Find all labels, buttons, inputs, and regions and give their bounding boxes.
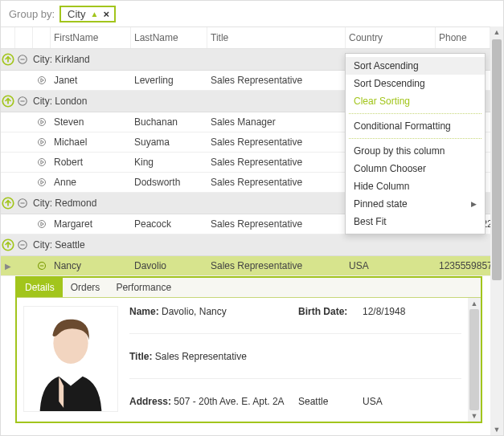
group-row-seattle[interactable]: City: Seattle	[1, 234, 490, 256]
row-spacer	[15, 71, 33, 90]
col-lastname[interactable]: LastName	[131, 27, 207, 48]
menu-separator	[349, 113, 481, 114]
svg-point-11	[39, 221, 46, 228]
col-title[interactable]: Title	[207, 27, 346, 48]
expand-icon[interactable]	[33, 214, 51, 234]
title-value: Sales Representative	[155, 351, 247, 362]
menu-sort-descending[interactable]: Sort Descending	[346, 75, 485, 92]
address-value: 507 - 20th Ave. E. Apt. 2A	[174, 396, 284, 407]
chip-close-icon[interactable]: ×	[103, 8, 109, 20]
scroll-up-icon[interactable]: ▲	[490, 28, 503, 36]
birth-value: 12/8/1948	[363, 306, 461, 317]
group-label: City: Seattle	[30, 238, 88, 252]
detail-panel: Details Orders Performance	[15, 276, 482, 423]
scroll-thumb[interactable]	[492, 39, 502, 280]
group-summary-icon	[1, 52, 15, 67]
name-label: Name:	[129, 306, 159, 317]
table-row-selected[interactable]: ▶ NancyDavolioSales RepresentativeUSA123…	[1, 256, 490, 276]
group-by-label: Group by:	[9, 8, 55, 20]
group-summary-icon	[1, 196, 15, 210]
menu-separator	[349, 138, 481, 139]
group-label: City: London	[30, 94, 90, 108]
expand-icon[interactable]	[33, 256, 51, 275]
tab-performance[interactable]: Performance	[108, 278, 179, 297]
divider	[129, 333, 461, 334]
tab-details[interactable]: Details	[17, 278, 63, 297]
sort-asc-icon: ▲	[90, 10, 98, 18]
vertical-scrollbar[interactable]: ▲ ▼	[490, 26, 503, 435]
current-row-indicator-icon: ▶	[1, 256, 15, 275]
address-label: Address:	[129, 396, 171, 407]
group-label: City: Redmond	[30, 196, 100, 210]
svg-point-7	[39, 159, 46, 166]
menu-column-chooser[interactable]: Column Chooser	[346, 160, 485, 177]
detail-scrollbar[interactable]: ▲ ▼	[468, 298, 481, 422]
menu-conditional-formatting[interactable]: Conditional Formatting	[346, 117, 485, 135]
scroll-down-icon[interactable]: ▼	[490, 426, 503, 434]
cell-first: Janet	[51, 71, 131, 90]
birth-label: Birth Date:	[298, 306, 347, 317]
col-phone[interactable]: Phone	[436, 27, 490, 48]
svg-point-6	[39, 139, 46, 146]
collapse-icon[interactable]	[15, 54, 30, 65]
expand-icon[interactable]	[33, 132, 51, 152]
detail-tabs: Details Orders Performance	[17, 278, 481, 298]
group-summary-icon	[1, 238, 15, 252]
divider	[129, 378, 461, 379]
scroll-down-icon[interactable]: ▼	[469, 412, 479, 420]
employee-photo	[23, 306, 118, 412]
country-value: USA	[363, 396, 461, 407]
menu-best-fit[interactable]: Best Fit	[346, 213, 485, 230]
expand-icon[interactable]	[33, 71, 51, 90]
svg-point-2	[39, 77, 46, 84]
header-spacer	[1, 27, 15, 48]
column-context-menu: Sort Ascending Sort Descending Clear Sor…	[345, 53, 486, 234]
col-country[interactable]: Country	[346, 27, 436, 48]
menu-hide-column[interactable]: Hide Column	[346, 177, 485, 195]
scroll-up-icon[interactable]: ▲	[469, 299, 479, 308]
row-indicator	[1, 71, 15, 90]
group-summary-icon	[1, 94, 15, 108]
group-by-bar: Group by: City ▲ ×	[1, 1, 503, 27]
header-spacer	[33, 27, 51, 48]
svg-point-5	[39, 119, 46, 126]
cell-last: Leverling	[131, 71, 207, 90]
collapse-icon[interactable]	[15, 198, 30, 209]
menu-clear-sorting[interactable]: Clear Sorting	[346, 92, 485, 110]
menu-group-by-column[interactable]: Group by this column	[346, 142, 485, 160]
collapse-icon[interactable]	[15, 239, 30, 251]
city-value: Seattle	[298, 396, 363, 407]
expand-icon[interactable]	[33, 153, 51, 172]
expand-icon[interactable]	[33, 173, 51, 192]
column-header-row: FirstName LastName Title Country Phone	[1, 26, 490, 49]
tab-orders[interactable]: Orders	[63, 278, 109, 297]
submenu-arrow-icon: ▶	[471, 200, 477, 208]
group-label: City: Kirkland	[30, 52, 93, 67]
group-chip-city[interactable]: City ▲ ×	[59, 6, 116, 22]
expand-icon[interactable]	[33, 112, 51, 132]
menu-sort-ascending[interactable]: Sort Ascending	[346, 57, 485, 75]
name-value: Davolio, Nancy	[162, 306, 227, 317]
header-spacer	[15, 27, 33, 48]
menu-pinned-state[interactable]: Pinned state ▶	[346, 195, 485, 213]
cell-title: Sales Representative	[207, 71, 346, 90]
title-label: Title:	[129, 351, 152, 362]
collapse-icon[interactable]	[15, 96, 30, 107]
scroll-thumb[interactable]	[469, 309, 479, 410]
svg-point-8	[39, 179, 46, 186]
group-chip-text: City	[68, 8, 85, 20]
col-firstname[interactable]: FirstName	[51, 27, 131, 48]
